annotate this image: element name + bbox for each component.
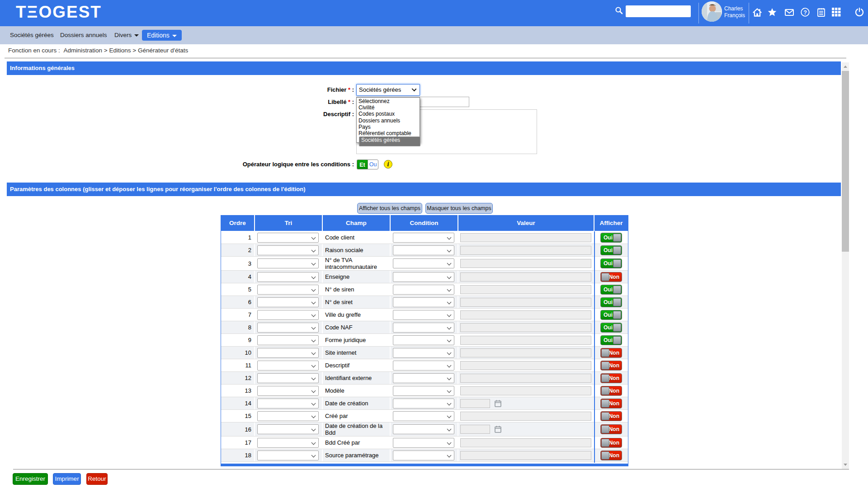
dropdown-option[interactable]: Sociétés gérées <box>359 136 420 146</box>
fichier-dropdown-list[interactable]: SélectionnezCivilitéCodes postauxDossier… <box>356 97 420 143</box>
afficher-toggle[interactable]: Non <box>600 411 622 421</box>
save-button[interactable]: Enregistrer <box>13 473 48 485</box>
dropdown-option[interactable]: Sélectionnez <box>357 98 420 104</box>
dropdown-option[interactable]: Référentiel comptable <box>357 130 420 136</box>
afficher-toggle[interactable]: Non <box>600 424 622 434</box>
condition-select[interactable] <box>393 348 454 358</box>
afficher-toggle[interactable]: Oui <box>600 297 622 307</box>
condition-select[interactable] <box>393 272 454 282</box>
condition-select[interactable] <box>393 411 454 421</box>
star-icon[interactable] <box>768 8 777 17</box>
tri-select[interactable] <box>257 411 319 421</box>
show-all-fields-button[interactable]: Afficher tous les champs <box>357 203 422 214</box>
tri-select[interactable] <box>257 258 319 268</box>
notes-icon[interactable] <box>816 8 826 17</box>
dropdown-option[interactable]: Dossiers annuels <box>357 117 420 124</box>
condition-select[interactable] <box>393 373 454 383</box>
condition-select[interactable] <box>393 424 454 434</box>
afficher-toggle[interactable]: Oui <box>600 335 622 345</box>
nav-divers[interactable]: Divers <box>114 26 139 44</box>
tri-select[interactable] <box>257 361 319 371</box>
condition-select[interactable] <box>393 258 454 268</box>
tri-select[interactable] <box>257 297 319 307</box>
afficher-toggle[interactable]: Oui <box>600 323 622 333</box>
info-icon[interactable]: i <box>384 160 392 169</box>
operator-ou-button[interactable]: Ou <box>368 160 378 169</box>
condition-select[interactable] <box>393 361 454 371</box>
afficher-toggle[interactable]: Non <box>600 438 622 448</box>
condition-select[interactable] <box>393 386 454 396</box>
afficher-toggle[interactable]: Oui <box>600 245 622 255</box>
scroll-down-arrow[interactable] <box>844 464 847 466</box>
afficher-toggle[interactable]: Non <box>600 386 622 396</box>
chevron-down-icon <box>447 248 452 252</box>
afficher-toggle[interactable]: Non <box>600 373 622 383</box>
afficher-toggle[interactable]: Non <box>600 450 622 460</box>
back-button[interactable]: Retour <box>86 473 108 485</box>
dropdown-option[interactable]: Pays <box>357 124 420 130</box>
nav-societes-gerees[interactable]: Sociétés gérées <box>10 26 54 44</box>
tri-select[interactable] <box>257 386 319 396</box>
tri-select[interactable] <box>257 373 319 383</box>
tri-select[interactable] <box>257 233 319 243</box>
condition-select[interactable] <box>393 297 454 307</box>
tri-select[interactable] <box>257 285 319 295</box>
condition-select[interactable] <box>393 335 454 345</box>
condition-select[interactable] <box>393 438 454 448</box>
nav-editions[interactable]: Editions <box>142 30 182 41</box>
operator-toggle[interactable]: Et Ou <box>357 160 378 169</box>
help-icon[interactable]: ? <box>801 8 810 17</box>
hide-all-fields-button[interactable]: Masquer tous les champs <box>425 203 493 214</box>
tri-select[interactable] <box>257 245 319 255</box>
operator-et-button[interactable]: Et <box>357 160 368 169</box>
power-icon[interactable] <box>855 8 864 17</box>
apps-icon[interactable] <box>832 8 841 17</box>
chevron-down-icon <box>412 87 417 92</box>
calendar-icon[interactable] <box>495 426 501 433</box>
vertical-scrollbar[interactable] <box>842 62 849 469</box>
toggle-knob <box>613 246 621 254</box>
afficher-toggle[interactable]: Oui <box>600 285 622 295</box>
tri-select[interactable] <box>257 450 319 460</box>
home-icon[interactable] <box>753 8 762 17</box>
user-name[interactable]: Charles François <box>724 5 745 19</box>
table-row: 16 Date de création de la Bdd Non <box>221 422 628 436</box>
table-row: 3 N° de TVA intracommunautaire Oui <box>221 257 628 271</box>
scrollbar-thumb[interactable] <box>842 71 849 252</box>
afficher-toggle[interactable]: Oui <box>600 233 622 243</box>
tri-select[interactable] <box>257 335 319 345</box>
mail-icon[interactable] <box>785 8 794 17</box>
tri-select[interactable] <box>257 272 319 282</box>
condition-select[interactable] <box>393 323 454 333</box>
tri-select[interactable] <box>257 438 319 448</box>
afficher-toggle[interactable]: Oui <box>600 258 622 268</box>
afficher-toggle[interactable]: Non <box>600 348 622 358</box>
condition-select[interactable] <box>393 285 454 295</box>
scroll-up-arrow[interactable] <box>844 66 847 68</box>
tri-select[interactable] <box>257 424 319 434</box>
tri-select[interactable] <box>257 399 319 408</box>
afficher-toggle[interactable]: Non <box>600 272 622 282</box>
dropdown-option[interactable]: Civilité <box>357 104 420 111</box>
avatar[interactable] <box>702 1 722 22</box>
search-input[interactable] <box>626 5 691 17</box>
print-button[interactable]: Imprimer <box>53 473 81 485</box>
col-champ: Champ <box>323 215 390 231</box>
condition-select[interactable] <box>393 245 454 255</box>
calendar-icon[interactable] <box>495 400 501 407</box>
tri-select[interactable] <box>257 323 319 333</box>
tri-select[interactable] <box>257 348 319 358</box>
nav-dossiers-annuels[interactable]: Dossiers annuels <box>60 26 107 44</box>
condition-select[interactable] <box>393 399 454 408</box>
condition-select[interactable] <box>393 233 454 243</box>
chevron-down-icon <box>447 261 452 266</box>
afficher-toggle[interactable]: Non <box>600 361 622 371</box>
toggle-label: Non <box>609 272 619 282</box>
afficher-toggle[interactable]: Non <box>600 399 622 408</box>
condition-select[interactable] <box>393 450 454 460</box>
tri-select[interactable] <box>257 310 319 320</box>
fichier-select[interactable]: Sociétés gérées <box>356 84 420 96</box>
afficher-toggle[interactable]: Oui <box>600 310 622 320</box>
dropdown-option[interactable]: Codes postaux <box>357 111 420 117</box>
condition-select[interactable] <box>393 310 454 320</box>
